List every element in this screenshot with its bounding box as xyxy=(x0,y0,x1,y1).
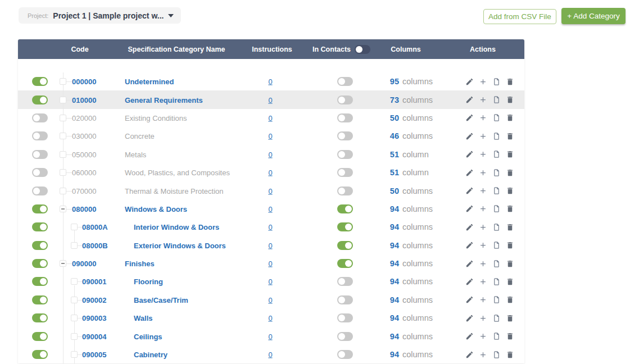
copy-icon[interactable] xyxy=(492,77,501,86)
tree-expander-box[interactable] xyxy=(71,297,78,303)
add-icon[interactable] xyxy=(478,150,487,159)
in-contacts-toggle[interactable] xyxy=(337,222,353,231)
edit-icon[interactable] xyxy=(465,150,474,159)
edit-icon[interactable] xyxy=(465,131,474,140)
in-contacts-toggle[interactable] xyxy=(337,168,353,177)
instructions-count-link[interactable]: 0 xyxy=(264,295,277,304)
instructions-count-link[interactable]: 0 xyxy=(264,223,277,231)
columns-count[interactable]: 94 xyxy=(379,277,399,286)
in-contacts-toggle[interactable] xyxy=(337,204,353,213)
edit-icon[interactable] xyxy=(465,222,474,231)
category-code-link[interactable]: 090003 xyxy=(82,314,106,322)
copy-icon[interactable] xyxy=(492,186,501,195)
instructions-count-link[interactable]: 0 xyxy=(264,132,277,140)
copy-icon[interactable] xyxy=(492,277,501,286)
copy-icon[interactable] xyxy=(492,259,501,268)
columns-count[interactable]: 94 xyxy=(379,241,399,250)
add-category-button[interactable]: + Add Category xyxy=(561,8,626,24)
tree-expander-box[interactable] xyxy=(60,115,66,121)
instructions-count-link[interactable]: 0 xyxy=(264,204,277,213)
tree-expander-box[interactable] xyxy=(71,278,78,285)
tree-expander-box[interactable] xyxy=(71,333,78,340)
add-icon[interactable] xyxy=(478,350,487,359)
columns-count[interactable]: 51 xyxy=(379,168,399,177)
add-icon[interactable] xyxy=(478,168,487,177)
row-enabled-toggle[interactable] xyxy=(32,295,48,304)
instructions-count-link[interactable]: 0 xyxy=(264,113,277,122)
delete-icon[interactable] xyxy=(505,131,514,140)
add-icon[interactable] xyxy=(478,313,487,322)
columns-count[interactable]: 46 xyxy=(379,131,399,140)
add-from-csv-button[interactable]: Add from CSV File xyxy=(483,9,556,24)
columns-count[interactable]: 94 xyxy=(379,313,399,322)
in-contacts-toggle[interactable] xyxy=(337,295,353,304)
tree-expander-box[interactable] xyxy=(71,224,78,230)
delete-icon[interactable] xyxy=(505,313,514,322)
columns-count[interactable]: 94 xyxy=(379,295,399,304)
row-enabled-toggle[interactable] xyxy=(32,168,48,177)
instructions-count-link[interactable]: 0 xyxy=(264,241,277,249)
in-contacts-toggle[interactable] xyxy=(337,113,353,122)
delete-icon[interactable] xyxy=(505,350,514,359)
row-enabled-toggle[interactable] xyxy=(32,241,48,250)
columns-count[interactable]: 73 xyxy=(379,95,399,104)
in-contacts-toggle[interactable] xyxy=(337,277,353,286)
category-code-link[interactable]: 030000 xyxy=(72,132,96,140)
category-name-link[interactable]: Exterior Windows & Doors xyxy=(134,241,226,249)
row-enabled-toggle[interactable] xyxy=(32,313,48,322)
copy-icon[interactable] xyxy=(492,131,501,140)
add-icon[interactable] xyxy=(478,113,487,122)
tree-expander-box[interactable] xyxy=(71,315,78,321)
edit-icon[interactable] xyxy=(465,204,474,213)
in-contacts-toggle[interactable] xyxy=(337,350,353,359)
edit-icon[interactable] xyxy=(465,350,474,359)
copy-icon[interactable] xyxy=(492,95,501,104)
instructions-count-link[interactable]: 0 xyxy=(264,332,277,340)
copy-icon[interactable] xyxy=(492,150,501,159)
category-name-link[interactable]: Concrete xyxy=(125,132,155,140)
edit-icon[interactable] xyxy=(465,95,474,104)
edit-icon[interactable] xyxy=(465,241,474,250)
add-icon[interactable] xyxy=(478,259,487,268)
add-icon[interactable] xyxy=(478,204,487,213)
project-selector[interactable]: Project: Project 1 | Sample project w... xyxy=(19,7,181,24)
edit-icon[interactable] xyxy=(465,277,474,286)
delete-icon[interactable] xyxy=(505,332,514,341)
category-code-link[interactable]: 000000 xyxy=(72,78,96,86)
category-name-link[interactable]: Windows & Doors xyxy=(125,204,187,213)
category-code-link[interactable]: 010000 xyxy=(72,95,96,104)
row-enabled-toggle[interactable] xyxy=(32,350,48,359)
category-code-link[interactable]: 090001 xyxy=(82,277,106,286)
columns-count[interactable]: 94 xyxy=(379,259,399,268)
category-name-link[interactable]: Flooring xyxy=(134,277,163,286)
columns-count[interactable]: 50 xyxy=(379,113,399,122)
copy-icon[interactable] xyxy=(492,204,501,213)
add-icon[interactable] xyxy=(478,95,487,104)
row-enabled-toggle[interactable] xyxy=(32,131,48,140)
delete-icon[interactable] xyxy=(505,222,514,231)
columns-count[interactable]: 50 xyxy=(379,186,399,195)
in-contacts-toggle[interactable] xyxy=(337,150,353,159)
tree-expander-box[interactable] xyxy=(60,133,66,139)
in-contacts-toggle[interactable] xyxy=(337,77,353,86)
tree-expander-box[interactable] xyxy=(60,206,66,212)
category-name-link[interactable]: Base/Case/Trim xyxy=(134,295,188,304)
delete-icon[interactable] xyxy=(505,95,514,104)
add-icon[interactable] xyxy=(478,295,487,304)
tree-expander-box[interactable] xyxy=(60,188,66,194)
edit-icon[interactable] xyxy=(465,168,474,177)
delete-icon[interactable] xyxy=(505,259,514,268)
edit-icon[interactable] xyxy=(465,77,474,86)
category-name-link[interactable]: Thermal & Moisture Protection xyxy=(125,186,224,195)
in-contacts-toggle[interactable] xyxy=(337,186,353,195)
columns-count[interactable]: 51 xyxy=(379,150,399,159)
tree-expander-box[interactable] xyxy=(71,242,78,249)
copy-icon[interactable] xyxy=(492,350,501,359)
category-name-link[interactable]: Undetermined xyxy=(125,78,174,86)
tree-expander-box[interactable] xyxy=(60,169,66,176)
category-name-link[interactable]: Metals xyxy=(125,150,146,158)
category-code-link[interactable]: 090004 xyxy=(82,332,106,340)
copy-icon[interactable] xyxy=(492,113,501,122)
columns-count[interactable]: 94 xyxy=(379,222,399,231)
delete-icon[interactable] xyxy=(505,168,514,177)
